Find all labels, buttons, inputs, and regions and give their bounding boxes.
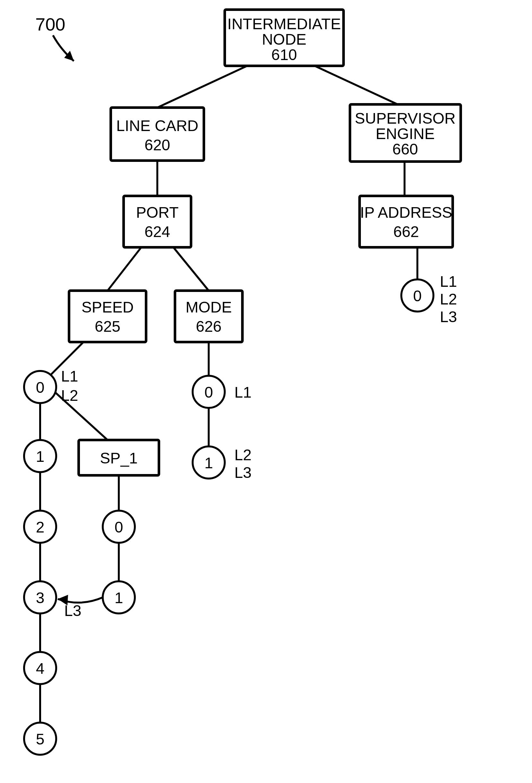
label-ip0-l3: L3 — [440, 308, 457, 325]
label-mode1-l3: L3 — [234, 464, 252, 481]
port-num: 624 — [144, 223, 170, 240]
speed-node-2-label: 2 — [36, 519, 45, 536]
speed-node-0-label: 0 — [36, 379, 45, 396]
label-mode1-l2: L2 — [234, 446, 252, 464]
edge-port-speed — [107, 247, 141, 291]
sp1-node-0-label: 0 — [114, 519, 123, 536]
sp1-node-1: 1 — [103, 581, 135, 614]
port-line1: PORT — [136, 204, 178, 221]
speed-node-3: 3 — [24, 581, 56, 614]
mode-node-0-label: 0 — [204, 384, 213, 401]
edge-root-lc — [157, 66, 247, 107]
diagram-canvas: 700 INTERMEDIATE NODE 610 LINE CARD 6 — [0, 0, 532, 783]
box-ip-address: IP ADDRESS 662 — [360, 196, 453, 247]
speed-node-0: 0 — [24, 371, 56, 403]
sp1-line1: SP_1 — [100, 450, 137, 467]
root-line2: NODE — [262, 31, 307, 48]
edge-root-sup — [314, 66, 404, 107]
mode-num: 626 — [196, 318, 222, 335]
box-supervisor-engine: SUPERVISOR ENGINE 660 — [350, 104, 461, 161]
speed-node-1-label: 1 — [36, 448, 45, 465]
ip-num: 662 — [393, 223, 419, 240]
mode-node-1-label: 1 — [204, 455, 213, 471]
sup-line2: ENGINE — [376, 125, 435, 142]
speed-node-2: 2 — [24, 511, 56, 543]
edge-port-mode — [173, 247, 209, 291]
label-arrow-l3: L3 — [64, 602, 81, 619]
lc-line1: LINE CARD — [116, 117, 198, 134]
box-port: PORT 624 — [124, 196, 191, 247]
root-line1: INTERMEDIATE — [227, 15, 341, 32]
sp1-node-1-label: 1 — [114, 589, 123, 606]
label-speed0-l1: L1 — [61, 368, 78, 385]
label-mode0-l1: L1 — [234, 384, 252, 401]
speed-num: 625 — [95, 318, 121, 335]
sup-line1: SUPERVISOR — [355, 110, 456, 127]
speed-node-5-label: 5 — [36, 731, 45, 748]
box-sp1: SP_1 — [79, 440, 159, 475]
label-ip0-l1: L1 — [440, 273, 457, 290]
label-speed0-l2: L2 — [61, 387, 78, 404]
mode-node-1: 1 — [193, 446, 225, 478]
speed-node-1: 1 — [24, 440, 56, 472]
ip-line1: IP ADDRESS — [360, 204, 452, 221]
root-num: 610 — [271, 46, 297, 63]
sp1-node-0: 0 — [103, 511, 135, 543]
lc-num: 620 — [144, 136, 170, 154]
box-intermediate-node: INTERMEDIATE NODE 610 — [225, 10, 343, 66]
speed-node-4-label: 4 — [36, 660, 45, 677]
sup-num: 660 — [392, 141, 418, 158]
ip-node-0-label: 0 — [413, 287, 422, 305]
speed-node-5: 5 — [24, 723, 56, 755]
speed-line1: SPEED — [81, 299, 134, 316]
mode-node-0: 0 — [193, 376, 225, 408]
speed-node-4: 4 — [24, 652, 56, 684]
figure-number: 700 — [35, 14, 65, 34]
mode-line1: MODE — [186, 299, 232, 316]
ip-node-0: 0 — [401, 279, 433, 312]
box-mode: MODE 626 — [175, 291, 242, 342]
label-ip0-l2: L2 — [440, 291, 457, 308]
box-line-card: LINE CARD 620 — [111, 107, 204, 161]
box-speed: SPEED 625 — [69, 291, 146, 342]
speed-node-3-label: 3 — [36, 589, 45, 606]
